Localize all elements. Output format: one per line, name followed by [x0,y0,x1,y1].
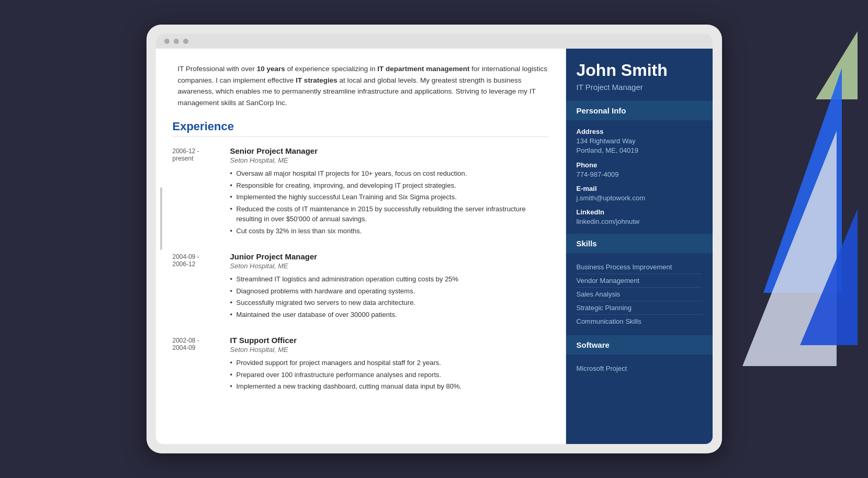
tablet-frame: IT Professional with over 10 years of ex… [146,25,722,453]
skills-body: Business Process Improvement Vendor Mana… [566,253,713,335]
skill-item-1: Business Process Improvement [577,260,702,274]
linkedin-label: LinkedIn [577,208,702,216]
sidebar-job-title: IT Project Manager [577,83,702,92]
skill-item-5: Communication Skills [577,315,702,328]
topbar-dot-1 [164,39,170,44]
bullet-3-1: Provided support for project managers an… [230,358,549,368]
tablet-topbar [156,34,713,49]
scroll-indicator [160,187,162,250]
phone-label: Phone [577,161,702,169]
job-item-2: 2004-09 -2006-12 Junior Project Manager … [173,252,549,321]
skill-item-2: Vendor Management [577,274,702,288]
bullet-2-2: Diagnosed problems with hardware and ope… [230,286,549,297]
skill-item-3: Sales Analysis [577,288,702,301]
address-line2: Portland, ME, 04019 [577,146,702,155]
sidebar-name: John Smith [577,61,702,79]
job-title-3: IT Support Officer [230,336,549,345]
triangle-blue-small-icon [800,209,858,345]
experience-title: Experience [173,120,549,137]
software-body: Microsoft Project [566,355,713,382]
bullet-2-3: Successfully migrated two servers to new… [230,298,549,308]
phone-value: 774-987-4009 [577,170,702,179]
job-date-2: 2004-09 -2006-12 [173,252,220,321]
job-title-2: Junior Project Manager [230,252,549,261]
resume-area: IT Professional with over 10 years of ex… [156,49,713,444]
job-bullets-3: Provided support for project managers an… [230,358,549,392]
bullet-2-1: Streamlined IT logistics and administrat… [230,274,549,284]
job-item-1: 2006-12 -present Senior Project Manager … [173,146,549,237]
job-content-3: IT Support Officer Seton Hospital, ME Pr… [230,336,549,393]
email-label: E-mail [577,185,702,192]
bullet-1-3: Implemented the highly successful Lean T… [230,192,549,202]
personal-info-body: Address 134 Rightward Way Portland, ME, … [566,120,713,234]
resume-sidebar: John Smith IT Project Manager Personal I… [566,49,713,444]
bullet-1-5: Cut costs by 32% in less than six months… [230,226,549,236]
bullet-1-1: Oversaw all major hospital IT projects f… [230,168,549,179]
bullet-1-2: Responsible for creating, improving, and… [230,180,549,191]
job-company-3: Seton Hospital, ME [230,346,549,354]
summary-section: IT Professional with over 10 years of ex… [173,63,549,108]
software-header: Software [566,335,713,355]
job-bullets-2: Streamlined IT logistics and administrat… [230,274,549,320]
bullet-3-3: Implemented a new tracking dashboard, cu… [230,381,549,392]
bullet-3-2: Prepared over 100 infrastructure perform… [230,370,549,380]
job-content-1: Senior Project Manager Seton Hospital, M… [230,146,549,237]
job-bullets-1: Oversaw all major hospital IT projects f… [230,168,549,236]
topbar-dot-3 [183,39,188,44]
job-content-2: Junior Project Manager Seton Hospital, M… [230,252,549,321]
bullet-2-4: Maintained the user database of over 300… [230,310,549,320]
screen-container: IT Professional with over 10 years of ex… [0,0,868,478]
topbar-dot-2 [174,39,179,44]
email-value: j.smith@uptowork.com [577,194,702,203]
job-date-3: 2002-08 -2004-09 [173,336,220,393]
address-line1: 134 Rightward Way [577,136,702,146]
linkedin-value: linkedin.com/johnutw [577,217,702,226]
job-company-1: Seton Hospital, ME [230,156,549,164]
tablet-inner: IT Professional with over 10 years of ex… [156,34,713,444]
resume-left[interactable]: IT Professional with over 10 years of ex… [156,49,566,444]
address-label: Address [577,128,702,135]
job-company-2: Seton Hospital, ME [230,262,549,270]
job-date-1: 2006-12 -present [173,146,220,237]
sidebar-header: John Smith IT Project Manager [566,49,713,101]
personal-info-header: Personal Info [566,101,713,120]
bullet-1-4: Reduced the costs of IT maintenance in 2… [230,204,549,224]
software-item-1: Microsoft Project [577,362,702,375]
experience-section: Experience 2006-12 -present Senior Proje… [173,120,549,393]
job-item-3: 2002-08 -2004-09 IT Support Officer Seto… [173,336,549,393]
skills-header: Skills [566,234,713,253]
job-title-1: Senior Project Manager [230,146,549,155]
skill-item-4: Strategic Planning [577,301,702,315]
